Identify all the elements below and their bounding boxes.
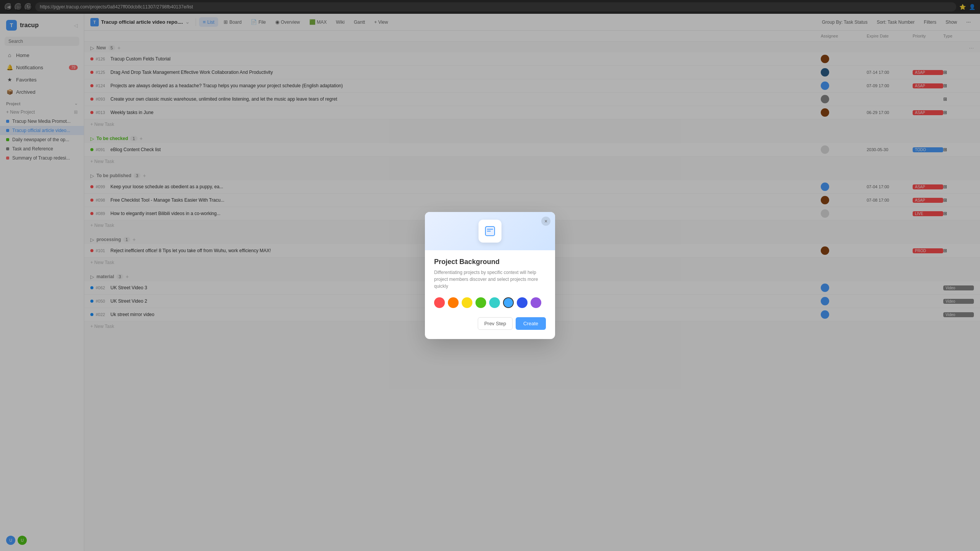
modal-overlay[interactable]: × Project Background Differentiating pro… — [0, 0, 980, 551]
color-swatch-green[interactable] — [475, 297, 486, 308]
modal-footer: Prev Step Create — [434, 317, 546, 330]
modal-header: × — [425, 212, 555, 250]
color-picker-row — [434, 297, 546, 308]
modal-body: Project Background Differentiating proje… — [425, 250, 555, 339]
modal-close-button[interactable]: × — [541, 217, 550, 226]
create-button[interactable]: Create — [516, 317, 546, 330]
modal-title: Project Background — [434, 258, 546, 266]
color-swatch-yellow[interactable] — [462, 297, 472, 308]
project-background-modal: × Project Background Differentiating pro… — [425, 212, 555, 339]
color-swatch-red[interactable] — [434, 297, 445, 308]
color-swatch-blue[interactable] — [503, 297, 514, 308]
color-swatch-dark-blue[interactable] — [517, 297, 528, 308]
modal-description: Differentiating projects by specific con… — [434, 269, 546, 290]
color-swatch-orange[interactable] — [448, 297, 459, 308]
color-swatch-teal[interactable] — [489, 297, 500, 308]
modal-icon — [479, 220, 501, 243]
prev-step-button[interactable]: Prev Step — [478, 317, 513, 330]
svg-rect-2 — [487, 231, 491, 231]
color-swatch-purple[interactable] — [531, 297, 541, 308]
svg-rect-1 — [487, 229, 493, 230]
